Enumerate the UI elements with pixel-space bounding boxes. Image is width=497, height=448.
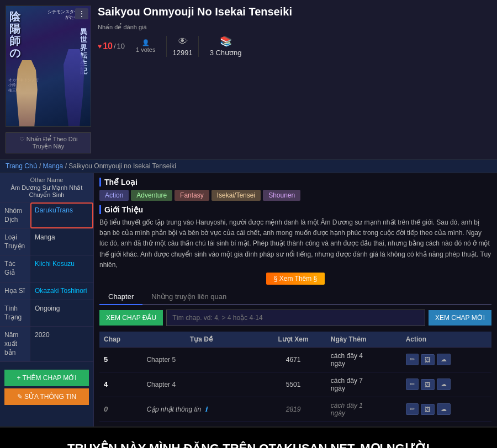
sidebar-year-row: Năm xuất bản 2020 — [0, 327, 93, 362]
follow-button[interactable]: ♡ Nhấn Để Theo Dõi Truyện Này — [6, 132, 91, 153]
breadcrumb-home[interactable]: Trang Chủ — [6, 162, 38, 170]
chapters-count: 3 Chương — [210, 49, 242, 57]
chapter-num: 0 — [104, 405, 108, 413]
edit-chapter-button[interactable]: ✏ — [406, 378, 419, 390]
chapter-date: cách đây 1ngày — [326, 397, 401, 422]
intro-section: Giới Thiệu Bộ tiểu thuyết gốc tập trung … — [99, 205, 491, 285]
right-content: Thể Loại Action Adventure Fantasy Isekai… — [94, 173, 497, 426]
artist-label: Họa Sĩ — [0, 282, 30, 300]
type-value: Manga — [30, 229, 93, 255]
chapter-name[interactable]: Cập nhật thông tin ℹ — [146, 406, 208, 413]
author-label: Tác Giả — [0, 255, 30, 281]
col-header-action: Action — [401, 332, 491, 348]
breadcrumb-manga[interactable]: Manga — [43, 162, 64, 170]
edit-info-button[interactable]: ✎ SỬA THÔNG TIN — [4, 388, 89, 405]
views-icon: 👁 — [178, 36, 188, 47]
chapter-search-input[interactable] — [166, 310, 425, 326]
chapter-views: 5501 — [260, 372, 326, 397]
genre-tag-adventure[interactable]: Adventure — [131, 190, 172, 201]
year-label: Năm xuất bản — [0, 327, 30, 361]
other-name-label: Other Name — [6, 177, 88, 183]
year-value: 2020 — [30, 327, 93, 361]
genre-section: Thể Loại Action Adventure Fantasy Isekai… — [99, 178, 491, 201]
chapter-views: 4671 — [260, 347, 326, 372]
chapters-icon: 📚 — [220, 35, 232, 47]
sidebar: Other Name Âm Dương Sư Mạnh Nhất Chuyển … — [0, 173, 94, 426]
col-header-title: Tựa Đề — [142, 332, 260, 348]
rating-max-val: 10 — [117, 42, 125, 50]
col-header-chap: Chap — [99, 332, 142, 348]
genre-tags: Action Adventure Fantasy Isekai/Tensei S… — [99, 190, 491, 201]
intro-text: Bộ tiểu thuyết gốc tập trung vào Haruyos… — [99, 217, 491, 270]
genre-tag-fantasy[interactable]: Fantasy — [175, 190, 209, 201]
delete-chapter-button[interactable]: ☁ — [437, 354, 451, 365]
intro-title: Giới Thiệu — [99, 205, 491, 214]
table-row: 4 Chapter 4 5501 cách đây 7ngày ✏ 🖼 ☁ — [99, 372, 491, 397]
votes-count: 1 votes — [136, 46, 155, 53]
sidebar-group-row: Nhóm Dịch DarukuTrans — [0, 202, 93, 229]
sidebar-artist-row: Họa Sĩ Okazaki Toshinori — [0, 282, 93, 301]
image-chapter-button[interactable]: 🖼 — [421, 379, 435, 390]
status-label: Tình Trạng — [0, 300, 30, 326]
other-name-section: Other Name Âm Dương Sư Mạnh Nhất Chuyển … — [0, 173, 93, 202]
chapter-tabs: Chapter Những truyện liên quan — [99, 289, 491, 305]
rating-value: 10 — [103, 41, 113, 51]
main-content: Other Name Âm Dương Sư Mạnh Nhất Chuyển … — [0, 173, 497, 426]
genre-tag-action[interactable]: Action — [99, 190, 129, 201]
type-label: Loại Truyện — [0, 229, 30, 255]
chapter-name[interactable]: Chapter 4 — [146, 381, 176, 388]
sidebar-author-row: Tác Giả Kiichi Kosuzu — [0, 255, 93, 282]
info-icon: ℹ — [205, 406, 208, 413]
heart-icon: ♥ — [98, 42, 102, 50]
manga-info: Saikyou Onmyouji No Isekai Tenseiki Nhấn… — [98, 6, 491, 153]
breadcrumb: Trang Chủ / Manga / Saikyou Onmyouji no … — [0, 159, 497, 173]
chapter-controls: XEM CHAP ĐẦU XEM CHAP MỚI — [99, 310, 491, 326]
table-row-update: 0 Cập nhật thông tin ℹ 2819 cách đây 1ng… — [99, 397, 491, 422]
edit-chapter-button[interactable]: ✏ — [406, 354, 419, 365]
chapter-name[interactable]: Chapter 5 — [146, 356, 176, 364]
manga-title: Saikyou Onmyouji No Isekai Tenseiki — [98, 6, 491, 18]
author-value[interactable]: Kiichi Kosuzu — [30, 255, 93, 281]
sidebar-type-row: Loại Truyện Manga — [0, 229, 93, 255]
breadcrumb-current: Saikyou Onmyouji no Isekai Tenseiki — [68, 162, 176, 170]
edit-chapter-button[interactable]: ✏ — [406, 403, 419, 415]
other-name-value: Âm Dương Sư Mạnh Nhất Chuyển Sinh — [6, 184, 88, 199]
chapter-actions: ✏ 🖼 ☁ — [401, 347, 491, 372]
genre-title: Thể Loại — [99, 178, 491, 186]
table-row: 5 Chapter 5 4671 cách đây 4ngày ✏ 🖼 ☁ — [99, 347, 491, 372]
banner-line1: TRUYỆN NÀY MÌNH ĐĂNG TRÊN OTAKUSAN.NET, … — [17, 439, 480, 448]
latest-chapter-button[interactable]: XEM CHAP MỚI — [429, 310, 491, 326]
bottom-banner: TRUYỆN NÀY MÌNH ĐĂNG TRÊN OTAKUSAN.NET, … — [0, 426, 497, 448]
rating-label: Nhấn để đánh giá — [98, 24, 147, 31]
see-more-button[interactable]: § Xem Thêm § — [266, 273, 325, 285]
add-chapter-button[interactable]: + THÊM CHAP MỚI — [4, 370, 89, 386]
tab-related[interactable]: Những truyện liên quan — [142, 289, 235, 305]
chapter-views: 2819 — [260, 397, 326, 422]
genre-tag-shounen[interactable]: Shounen — [263, 190, 300, 201]
image-chapter-button[interactable]: 🖼 — [421, 354, 435, 365]
delete-chapter-button[interactable]: ☁ — [437, 378, 451, 390]
artist-value[interactable]: Okazaki Toshinori — [30, 282, 93, 300]
first-chapter-button[interactable]: XEM CHAP ĐẦU — [99, 310, 163, 326]
sidebar-status-row: Tình Trạng Ongoing — [0, 300, 93, 327]
tab-chapter[interactable]: Chapter — [99, 289, 142, 305]
vote-icon: 👤 — [142, 39, 150, 46]
rating-max: / — [114, 42, 116, 50]
breadcrumb-sep1: / — [39, 162, 43, 170]
rating-row: ♥ 10 / 10 👤 1 votes 👁 12991 📚 3 Chương — [98, 35, 491, 57]
genre-tag-isekai[interactable]: Isekai/Tensei — [212, 190, 261, 201]
col-header-date: Ngày Thêm — [326, 332, 401, 348]
chapter-actions: ✏ 🖼 ☁ — [401, 372, 491, 397]
cover-menu-icon[interactable]: ⋮ — [75, 8, 88, 19]
col-header-views: Lượt Xem — [260, 332, 326, 348]
group-value[interactable]: DarukuTrans — [30, 202, 93, 228]
chapter-table: Chap Tựa Đề Lượt Xem Ngày Thêm Action 5 … — [99, 332, 491, 422]
image-chapter-button[interactable]: 🖼 — [421, 404, 435, 415]
delete-chapter-button[interactable]: ☁ — [437, 403, 451, 415]
group-label: Nhóm Dịch — [0, 202, 30, 228]
chapter-num: 5 — [104, 355, 108, 364]
chapter-date: cách đây 4ngày — [326, 347, 401, 372]
chapter-actions: ✏ 🖼 ☁ — [401, 397, 491, 422]
sidebar-buttons: + THÊM CHAP MỚI ✎ SỬA THÔNG TIN — [0, 362, 93, 409]
header-section: シテモンスター がたら 陰陽師の 異世界転生記 オカザキトシノリ 小鈴 柚三〇 … — [0, 0, 497, 159]
